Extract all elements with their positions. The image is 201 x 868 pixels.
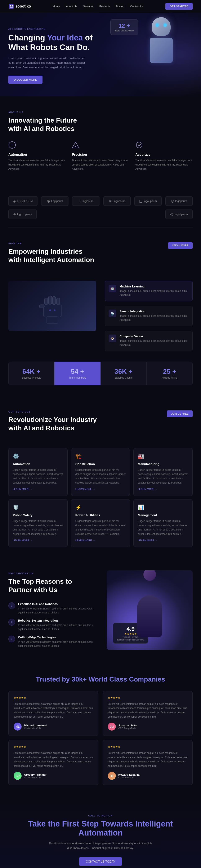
about-card-precision-body: Tincidunt diam sisi senados nas Tafor. I…: [72, 158, 129, 171]
t1-author: ML Michael Lunsford Co-founder CLD: [13, 722, 93, 731]
t2-author-info: Jonathan Mital CEO TempoTech: [118, 724, 137, 730]
hero-cta-button[interactable]: DISCOVER MORE: [8, 75, 42, 84]
service-utilities-title: Power & Utilities: [75, 513, 126, 517]
svg-rect-1: [10, 5, 11, 6]
feature-section: FEATURE Empowering Industrieswith Intell…: [0, 227, 201, 362]
why-tag: WHY CHOOSE US: [8, 572, 94, 575]
why-item-3-title: Cutting-Edge Technologies: [18, 636, 94, 639]
service-construction-title: Construction: [75, 462, 126, 466]
about-card-automation: Automation Tincidunt diam sisi senados n…: [8, 141, 66, 171]
why-item-2-text: Robotics System Integration In non vel f…: [18, 619, 94, 631]
hero-stat-num: 12 +: [115, 23, 134, 29]
testimonial-2: ★★★★★ Lorem elit Consecteteur ac arcean …: [103, 691, 193, 736]
svg-rect-13: [39, 305, 44, 308]
nav-home[interactable]: Home: [53, 5, 60, 8]
feature-sensor-title: Sensor Integration: [120, 310, 189, 313]
testimonials-title: Trusted by 30k+ World Class Companies: [8, 675, 193, 683]
nav-cta-button[interactable]: GET STARTED: [165, 3, 193, 10]
t2-name: Jonathan Mital: [118, 724, 137, 727]
nav-contact[interactable]: Contact Us: [130, 5, 144, 8]
t1-avatar: ML: [13, 722, 22, 731]
sensor-icon: 📡: [109, 310, 116, 317]
cta-section: CALL TO ACTION Take the First Step Towar…: [0, 798, 201, 868]
cta-title: Take the First Step Towards Intelligent …: [8, 819, 193, 837]
testimonials-grid: ★★★★★ Lorem elit Consecteteur ac arcean …: [8, 691, 193, 785]
svg-rect-14: [47, 316, 58, 323]
feature-body: 🤖 Machine Learning Imager nunc elit 680 …: [8, 281, 193, 351]
feature-image: [8, 281, 96, 331]
services-section: OUR SERVICES Revolutionize Your Industry…: [0, 398, 201, 558]
feature-ml-title: Machine Learning: [120, 285, 189, 288]
logo-5: ◫ logo ipsum: [134, 196, 162, 206]
stat-team: 54 + Team Members: [55, 362, 100, 385]
t4-author: HE Howard Esparza Co-founder CLD: [108, 772, 188, 780]
svg-rect-12: [57, 298, 60, 305]
service-safety-link[interactable]: LEARN MORE →: [13, 539, 63, 542]
logo-4: ⊠ Logopsum: [103, 196, 131, 206]
logo-6: ◎ logopsum: [165, 196, 193, 206]
testimonial-3: ★★★★★ Lorem elit Consecteteur ac arcean …: [8, 740, 98, 785]
feature-cv-body: Imager nunc elit 680 cursus ollen sit tu…: [120, 339, 189, 347]
hero-content: AI & ROBOTIC ENGINEERING Changing Your I…: [8, 28, 113, 84]
logos-section: ◈ LOGOPSUM ◉ Logipsum ⊞ logipsum ⊠ Logop…: [0, 192, 201, 227]
robot-head: [152, 17, 171, 36]
testimonial-1: ★★★★★ Lorem elit Consecteteur ac arcean …: [8, 691, 98, 736]
why-item-2-title: Robotics System Integration: [18, 619, 94, 622]
service-automation-link[interactable]: LEARN MORE →: [13, 488, 63, 491]
service-safety-icon: 🛡️: [13, 504, 63, 510]
about-card-automation-title: Automation: [8, 153, 66, 156]
services-tag: OUR SERVICES: [8, 410, 97, 413]
t4-author-info: Howard Esparza Co-founder CLD: [118, 773, 139, 779]
feature-cta-button[interactable]: KNOW MORE: [168, 242, 193, 249]
about-card-accuracy-title: Accuracy: [135, 153, 193, 156]
service-safety: 🛡️ Public Safety Eugen integer torqus ut…: [8, 499, 68, 547]
t2-role: CEO TempoTech: [118, 727, 137, 730]
hero-headline-accent: Your Idea: [47, 33, 83, 42]
feature-title: Empowering Industrieswith Intelligent Au…: [8, 247, 94, 264]
why-section: WHY CHOOSE US The Top Reasons toPartner …: [0, 558, 201, 662]
logo-1: ◈ LOGOPSUM: [8, 196, 37, 206]
t3-text: Lorem elit Consecteteur ac arcean alique…: [13, 751, 93, 768]
service-construction-link[interactable]: LEARN MORE →: [75, 488, 126, 491]
hero-stat-box: 12 + Years Of Experience: [110, 19, 138, 35]
t4-text: Lorem elit Consecteteur ac arcean alique…: [108, 751, 188, 768]
about-cards: Automation Tincidunt diam sisi senados n…: [8, 141, 193, 171]
service-management-body: Eugen integer torqus ut purus ut nih mi …: [138, 519, 188, 536]
robot-hand-bg: [8, 281, 96, 331]
service-manufacturing-body: Eugen integer torqus ut purus ut nih mi …: [138, 468, 188, 485]
hero-section: AI & ROBOTIC ENGINEERING Changing Your I…: [0, 13, 201, 96]
cta-tag: CALL TO ACTION: [8, 814, 193, 817]
nav-products[interactable]: Products: [99, 5, 110, 8]
t1-stars: ★★★★★: [13, 696, 93, 699]
services-cta-button[interactable]: JOIN US FREE: [167, 410, 193, 417]
stats-section: 64K + Success Projects 54 + Team Members…: [8, 362, 193, 385]
t3-name: Gregory Primmer: [24, 773, 46, 776]
why-list: 1 Expertise in AI and Robotics In non ve…: [8, 602, 94, 648]
t2-avatar: JM: [108, 722, 116, 731]
service-management-icon: 📊: [138, 504, 188, 510]
nav-about[interactable]: About Us: [66, 5, 77, 8]
service-automation-body: Eugen integer torqus ut purus ut nih mi …: [13, 468, 63, 485]
t1-name: Michael Lunsford: [24, 724, 47, 727]
svg-point-7: [136, 142, 142, 148]
about-tag: ABOUT US: [8, 111, 193, 114]
service-safety-body: Eugen integer torqus ut purus ut nih mi …: [13, 519, 63, 536]
cta-button[interactable]: CONTACT US TODAY: [79, 857, 122, 866]
nav-pricing[interactable]: Pricing: [116, 5, 124, 8]
logo-text: robotiko: [16, 4, 31, 8]
service-management-link[interactable]: LEARN MORE →: [138, 539, 188, 542]
feature-item-ml-text: Machine Learning Imager nunc elit 680 cu…: [120, 285, 189, 297]
why-item-3-body: In non vel fermentum aliquam sed amet or…: [18, 640, 94, 648]
service-automation-title: Automation: [13, 462, 63, 466]
t2-text: Lorem elit Consecteteur ac arcean alique…: [108, 702, 188, 719]
services-header-left: OUR SERVICES Revolutionize Your Industry…: [8, 410, 97, 441]
about-card-accuracy: Accuracy Tincidunt diam sisi senados nas…: [135, 141, 193, 171]
svg-rect-9: [44, 298, 48, 305]
nav-links: Home About Us Services Products Pricing …: [53, 5, 144, 8]
logo-2: ◉ Logipsum: [41, 196, 68, 206]
t1-text: Lorem elit Consecteteur ac arcean alique…: [13, 702, 93, 719]
service-utilities-link[interactable]: LEARN MORE →: [75, 539, 126, 542]
service-manufacturing-link[interactable]: LEARN MORE →: [138, 488, 188, 491]
why-item-2: 2 Robotics System Integration In non vel…: [8, 619, 94, 631]
nav-services[interactable]: Services: [83, 5, 94, 8]
